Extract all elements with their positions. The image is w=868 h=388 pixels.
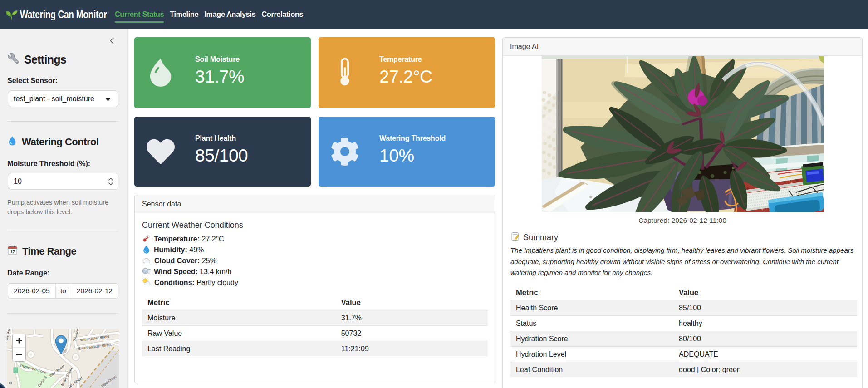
svg-text:17: 17 [10, 249, 15, 254]
